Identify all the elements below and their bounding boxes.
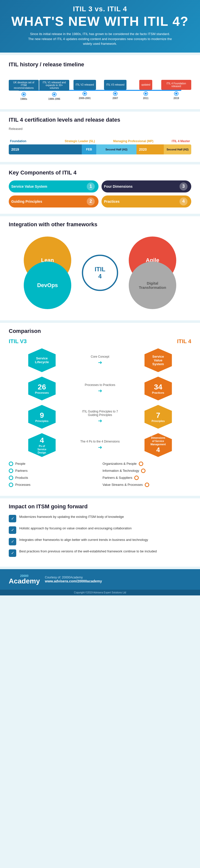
- comp-right-4: Dimensionsof ServiceManagement 4: [125, 433, 191, 457]
- comparison-row-4: 4 Ps ofServiceDesign The 4 Ps to the 4 D…: [9, 433, 191, 457]
- cert-feb: FEB: [82, 145, 96, 154]
- footer: 20000 Academy Courtesy of: 20000Academy …: [0, 569, 200, 590]
- cert-foundation-label: Foundation: [10, 140, 26, 143]
- bullet-left: People Partners Products Processes: [9, 462, 98, 490]
- bullet-dot-v3-2: [9, 469, 13, 473]
- comp-left-1: ServiceLifecycle: [9, 348, 75, 372]
- impact-title: Impact on ITSM going forward: [9, 503, 191, 510]
- comp-middle-label-4: The 4 Ps to the 4 Dimensions: [80, 440, 120, 443]
- bullet-v3-2: Partners: [9, 469, 98, 473]
- certification-section: ITIL 4 certification levels and release …: [0, 112, 200, 162]
- event-dot-4: [113, 92, 117, 95]
- event-label-4: ITIL V3 released: [104, 80, 126, 90]
- timeline: UK develops set of ITSM recommendations …: [9, 75, 191, 103]
- cert-released: Released: [9, 127, 191, 131]
- comp-middle-3: ITIL Guiding Principles to 7 Guiding Pri…: [77, 410, 123, 424]
- event-year-3: 2000-2001: [79, 97, 91, 100]
- event-year-2: 1989-1996: [48, 98, 60, 100]
- component-guiding: Guiding Principles 2: [9, 195, 99, 208]
- footer-url: www.advisera.com/20000academy: [45, 579, 191, 583]
- hex-4ps: 4 Ps ofServiceDesign: [28, 433, 56, 457]
- bullet-v3-4: Processes: [9, 483, 98, 487]
- hex-4dim: Dimensionsof ServiceManagement 4: [144, 433, 172, 457]
- cert-title: ITIL 4 certification levels and release …: [9, 117, 191, 123]
- impact-check-2: ✓: [9, 526, 16, 534]
- bullet-dot-v4-4: [145, 483, 149, 487]
- bullet-dot-v3-4: [9, 483, 13, 487]
- footer-logo: 20000 Academy: [9, 574, 40, 585]
- comp-arrow-3: ➜: [77, 418, 123, 424]
- circle-itil: ITIL4: [82, 254, 118, 291]
- hex-7: 7 Principles: [144, 405, 172, 429]
- comp-middle-label-3: ITIL Guiding Principles to 7 Guiding Pri…: [82, 410, 118, 417]
- timeline-event-6: ITIL 4 Foundation released 2019: [161, 80, 191, 100]
- comparison-row-1: ServiceLifecycle Core Concept ➜ ServiceV…: [9, 348, 191, 372]
- bullet-v3-1: People: [9, 462, 98, 466]
- bullet-v3-3: Products: [9, 475, 98, 480]
- key-components-title: Key Components of ITIL 4: [9, 169, 191, 176]
- circle-devops: DevOps: [24, 261, 71, 309]
- comp-left-3: 9 Principles: [9, 405, 75, 429]
- comp-right-3: 7 Principles: [125, 405, 191, 429]
- itil-label: ITIL4: [95, 266, 105, 280]
- footer-text: Courtesy of: 20000Academy www.advisera.c…: [45, 576, 191, 583]
- hex-svs: ServiceValueSystem: [144, 348, 172, 372]
- hex-7-content: 7 Principles: [152, 411, 165, 423]
- bullet-v4-4: Value Streams & Processes: [102, 483, 191, 487]
- component-svs-number: 1: [87, 182, 95, 190]
- cert-strategic-label: Strategic Leader (SL): [65, 140, 95, 143]
- event-label-1: UK develops set of ITSM recommendations: [9, 80, 39, 91]
- integration-section: Integration with other frameworks Lean A…: [0, 216, 200, 320]
- comp-left-4: 4 Ps ofServiceDesign: [9, 433, 75, 457]
- hex-svs-label: ServiceValueSystem: [152, 355, 164, 366]
- cert-timeline-bar: 2019 FEB Second Half (H2) 2020 Second Ha…: [9, 145, 191, 154]
- cert-h2-2020: Second Half (H2): [164, 145, 191, 154]
- component-practices-number: 4: [179, 197, 188, 206]
- impact-item-1: ✓ Modernizes framework by updating the e…: [9, 514, 191, 522]
- bullet-v3-4-text: Processes: [15, 483, 31, 487]
- history-title: ITIL history / release timeline: [9, 61, 191, 70]
- impact-text-3: Integrates other frameworks to align bet…: [19, 537, 148, 542]
- component-svs: Service Value System 1: [9, 181, 99, 192]
- event-year-4: 2007: [112, 97, 118, 100]
- bullet-v4-1: Organizations & People: [102, 462, 191, 466]
- bullet-v3-2-text: Partners: [15, 469, 28, 472]
- event-year-1: 1980s: [20, 98, 27, 100]
- event-dot-3: [83, 92, 87, 95]
- component-practices-label: Practices: [104, 199, 120, 204]
- bullet-v4-1-text: Organizations & People: [102, 462, 137, 466]
- comparison-headers: ITIL V3 ITIL 4: [9, 338, 191, 345]
- comp-middle-4: The 4 Ps to the 4 Dimensions ➜: [77, 440, 123, 450]
- digital-label: DigitalTransformation: [139, 281, 166, 289]
- cert-year-2019: 2019: [9, 145, 82, 154]
- history-section: ITIL history / release timeline UK devel…: [0, 55, 200, 109]
- footer-courtesy: Courtesy of: 20000Academy: [45, 576, 191, 579]
- hex-26-content: 26 Processes: [35, 383, 49, 394]
- hex-34-content: 34 Practices: [152, 383, 164, 394]
- impact-item-3: ✓ Integrates other frameworks to align b…: [9, 537, 191, 546]
- bullet-v3-3-text: Products: [15, 476, 28, 479]
- hex-service-lifecycle-label: ServiceLifecycle: [35, 356, 49, 364]
- devops-label: DevOps: [37, 282, 58, 288]
- hex-9-content: 9 Principles: [35, 411, 48, 423]
- impact-text-2: Holistic approach by focusing on value c…: [19, 526, 132, 531]
- hex-service-lifecycle: ServiceLifecycle: [28, 348, 56, 372]
- event-year-5: 2011: [143, 97, 148, 100]
- comp-arrow-1: ➜: [77, 360, 123, 365]
- components-grid: Service Value System 1 Four Dimensions 3…: [9, 181, 191, 208]
- comparison-section: Comparison ITIL V3 ITIL 4 ServiceLifecyc…: [0, 323, 200, 496]
- component-guiding-label: Guiding Principles: [11, 199, 42, 204]
- bullet-v4-3-text: Partners & Suppliers: [102, 476, 132, 479]
- impact-item-4: ✓ Best practices from previous versions …: [9, 549, 191, 557]
- bullet-v4-3: Partners & Suppliers: [102, 475, 191, 480]
- impact-text-4: Best practices from previous versions of…: [19, 549, 157, 554]
- comparison-row-2: 26 Processes Processes to Practices ➜ 34…: [9, 377, 191, 400]
- event-dot-2: [53, 93, 56, 96]
- hex-9: 9 Principles: [28, 405, 56, 429]
- bullet-dot-v4-3: [134, 475, 139, 480]
- bullet-right: Organizations & People Information & Tec…: [102, 462, 191, 490]
- component-four-dim-label: Four Dimensions: [104, 184, 133, 188]
- comparison-title: Comparison: [9, 328, 191, 334]
- event-label-3: ITIL V2 released: [73, 80, 96, 90]
- impact-section: Impact on ITSM going forward ✓ Modernize…: [0, 498, 200, 567]
